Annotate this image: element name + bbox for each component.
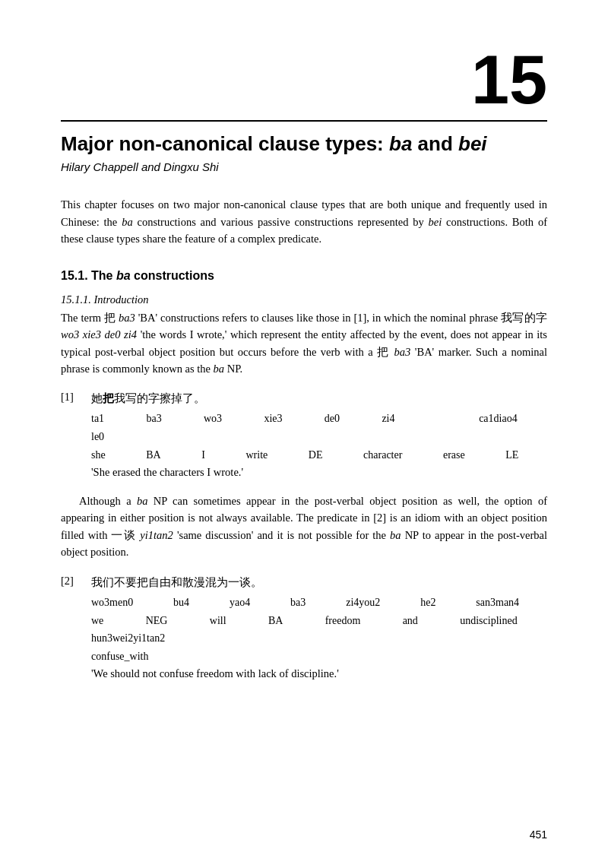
- example-2-continuation-gloss: confuse_with: [91, 648, 547, 666]
- page-number: 451: [530, 828, 547, 841]
- gloss-I: I: [201, 446, 233, 464]
- gloss-le0: le0: [91, 428, 134, 446]
- gloss2-BA: BA: [268, 612, 313, 630]
- example-1-gloss-row2: she BA I write DE character erase LE: [91, 446, 547, 464]
- gloss-de0: de0: [325, 410, 370, 428]
- intro-text: The term 把 ba3 'BA' constructions refers…: [61, 309, 547, 378]
- gloss2-bu4: bu4: [173, 594, 217, 612]
- example-2-gloss-row1: wo3men0 bu4 yao4 ba3 zi4you2 he2 san3man…: [91, 594, 547, 612]
- example-1-content: 她把我写的字擦掉了。 ta1 ba3 wo3 xie3 de0 zi4 ca1d…: [91, 391, 547, 478]
- chapter-title-plain: Major non-canonical clause types:: [61, 132, 389, 155]
- example-2-block: [2] 我们不要把自由和散漫混为一谈。 wo3men0 bu4 yao4 ba3…: [61, 575, 547, 680]
- gloss-LE: LE: [505, 446, 547, 464]
- gloss2-san3man4: san3man4: [476, 594, 547, 612]
- gloss2-will: will: [210, 612, 256, 630]
- example-1-translation: 'She erased the characters I wrote.': [91, 466, 547, 479]
- gloss-wo3: wo3: [204, 410, 252, 428]
- body-text-2: Although a ba NP can sometimes appear in…: [61, 493, 547, 561]
- example-2-gloss-row2: we NEG will BA freedom and undisciplined: [91, 612, 547, 630]
- gloss-BA: BA: [146, 446, 189, 464]
- example-1-row: [1] 她把我写的字擦掉了。 ta1 ba3 wo3 xie3 de0 zi4 …: [61, 391, 547, 478]
- chapter-title-em2: bei: [458, 132, 487, 155]
- chapter-title-em1: ba: [389, 132, 412, 155]
- gloss2-NEG: NEG: [146, 612, 198, 630]
- gloss2-and: and: [403, 612, 448, 630]
- gloss2-we: we: [91, 612, 134, 630]
- chapter-title-middle: and: [412, 132, 458, 155]
- example-2-translation: 'We should not confuse freedom with lack…: [91, 667, 547, 680]
- gloss2-ba3: ba3: [290, 594, 334, 612]
- example-2-number: [2]: [61, 575, 91, 588]
- example-1-block: [1] 她把我写的字擦掉了。 ta1 ba3 wo3 xie3 de0 zi4 …: [61, 391, 547, 478]
- gloss2-zi4you2: zi4you2: [346, 594, 408, 612]
- gloss-DE: DE: [309, 446, 351, 464]
- chapter-divider: [61, 120, 547, 122]
- example-2-content: 我们不要把自由和散漫混为一谈。 wo3men0 bu4 yao4 ba3 zi4…: [91, 575, 547, 680]
- gloss-she: she: [91, 446, 134, 464]
- example-2-sentence: 我们不要把自由和散漫混为一谈。: [91, 575, 547, 591]
- example-1-number: [1]: [61, 391, 91, 404]
- subsection-1-1-heading: 15.1.1. Introduction: [61, 293, 547, 306]
- chapter-authors: Hilary Chappell and Dingxu Shi: [61, 160, 547, 173]
- gloss-erase: erase: [443, 446, 493, 464]
- example-1-gloss-row1: ta1 ba3 wo3 xie3 de0 zi4 ca1diao4 le0: [91, 410, 547, 446]
- gloss-xie3: xie3: [264, 410, 312, 428]
- abstract-paragraph: This chapter focuses on two major non-ca…: [61, 196, 547, 247]
- gloss2-undisciplined: undisciplined: [460, 612, 547, 630]
- page-container: 15 Major non-canonical clause types: ba …: [0, 0, 608, 868]
- gloss-character: character: [363, 446, 431, 464]
- example-1-sentence: 她把我写的字擦掉了。: [91, 391, 547, 407]
- chapter-title: Major non-canonical clause types: ba and…: [61, 132, 547, 156]
- gloss-zi4: zi4: [382, 410, 424, 428]
- gloss2-he2: he2: [420, 594, 464, 612]
- gloss-ca1diao4: ca1diao4: [479, 410, 547, 428]
- example-2-row: [2] 我们不要把自由和散漫混为一谈。 wo3men0 bu4 yao4 ba3…: [61, 575, 547, 680]
- chapter-number: 15: [61, 46, 547, 114]
- gloss-empty: [437, 410, 467, 428]
- gloss2-wo3men0: wo3men0: [91, 594, 161, 612]
- gloss-ba3: ba3: [146, 410, 192, 428]
- gloss-write: write: [246, 446, 296, 464]
- gloss2-yao4: yao4: [230, 594, 278, 612]
- gloss2-freedom: freedom: [325, 612, 391, 630]
- section-1-heading: 15.1. The ba constructions: [61, 269, 547, 283]
- example-2-continuation-label: hun3wei2yi1tan2: [91, 629, 547, 648]
- gloss-ta1: ta1: [91, 410, 134, 428]
